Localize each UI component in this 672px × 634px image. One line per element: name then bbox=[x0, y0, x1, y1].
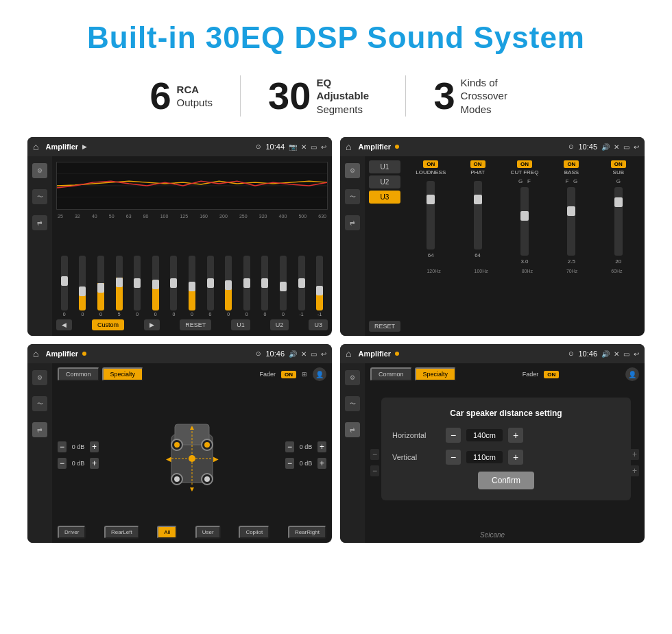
cutfreq-slider[interactable] bbox=[520, 187, 529, 256]
sd-eq-icon[interactable]: ⚙ bbox=[345, 370, 360, 385]
sd-arrow-icon[interactable]: ⇄ bbox=[345, 422, 360, 437]
confirm-button[interactable]: Confirm bbox=[478, 472, 534, 489]
cutfreq-val: 3.0 bbox=[520, 258, 528, 265]
all-btn[interactable]: All bbox=[157, 526, 177, 539]
volume-icon-4[interactable]: 🔊 bbox=[601, 350, 610, 358]
common-tab[interactable]: Common bbox=[58, 367, 99, 381]
phat-slider[interactable] bbox=[474, 181, 482, 249]
minimize-icon-4[interactable]: ▭ bbox=[623, 350, 629, 358]
home-icon-3[interactable]: ⌂ bbox=[33, 348, 38, 359]
vertical-plus[interactable]: + bbox=[508, 450, 523, 465]
rec-dot-3 bbox=[82, 352, 86, 356]
minus-btn-2[interactable]: − bbox=[285, 441, 294, 452]
horizontal-minus[interactable]: − bbox=[446, 428, 461, 443]
ctrl-val-2: 0 dB bbox=[296, 443, 315, 450]
sf-wave-icon[interactable]: 〜 bbox=[32, 396, 47, 411]
minimize-icon[interactable]: ▭ bbox=[311, 143, 317, 151]
u1-btn[interactable]: U1 bbox=[231, 319, 250, 330]
crossover-wave-icon[interactable]: 〜 bbox=[345, 189, 360, 204]
loudness-col: ON LOUDNESS 64 bbox=[409, 160, 453, 265]
minus-btn-3[interactable]: − bbox=[285, 458, 294, 469]
profile-icon[interactable]: 👤 bbox=[313, 367, 326, 381]
eq-sliders-row: 0 0 0 5 bbox=[56, 221, 328, 317]
driver-btn[interactable]: Driver bbox=[58, 526, 86, 539]
plus-btn-1[interactable]: + bbox=[90, 458, 99, 469]
horizontal-plus[interactable]: + bbox=[508, 428, 523, 443]
fader-label-2: Fader bbox=[523, 371, 539, 378]
speaker-dist-screen: ⌂ Amplifier ⊙ 10:46 🔊 ✕ ▭ ↩ ⚙ 〜 ⇄ bbox=[340, 344, 645, 543]
eq-time: 10:44 bbox=[265, 143, 285, 151]
horizontal-label: Horizontal bbox=[392, 431, 440, 439]
user-btn[interactable]: User bbox=[195, 526, 221, 539]
volume-icon-3[interactable]: 🔊 bbox=[289, 350, 297, 358]
home-icon-4[interactable]: ⌂ bbox=[346, 348, 351, 359]
play-icon[interactable]: ▶ bbox=[82, 143, 87, 150]
preset-u3[interactable]: U3 bbox=[369, 191, 400, 204]
main-title: Built-in 30EQ DSP Sound System bbox=[27, 21, 645, 55]
eq-slider-4: 0 bbox=[134, 256, 141, 317]
minus-btn-0[interactable]: − bbox=[58, 441, 67, 452]
svg-point-19 bbox=[204, 476, 210, 482]
minus-btn-1[interactable]: − bbox=[58, 458, 67, 469]
home-icon[interactable]: ⌂ bbox=[33, 141, 38, 152]
ctrl-row-3: − 0 dB + bbox=[285, 458, 326, 469]
preset-u1[interactable]: U1 bbox=[369, 160, 400, 173]
crossover-reset-btn[interactable]: RESET bbox=[369, 321, 400, 332]
sd-wave-icon[interactable]: 〜 bbox=[345, 396, 360, 411]
close-icon-4[interactable]: ✕ bbox=[614, 350, 619, 358]
close-icon-3[interactable]: ✕ bbox=[301, 350, 307, 358]
back-icon-2[interactable]: ↩ bbox=[634, 143, 639, 151]
plus-btn-2[interactable]: + bbox=[317, 441, 326, 452]
sf-eq-icon[interactable]: ⚙ bbox=[32, 370, 47, 385]
loudness-slider[interactable] bbox=[427, 181, 435, 249]
phat-val: 64 bbox=[475, 252, 481, 258]
common-tab-2[interactable]: Common bbox=[370, 367, 412, 381]
vertical-minus[interactable]: − bbox=[446, 450, 461, 465]
play-btn[interactable]: ▶ bbox=[144, 319, 160, 330]
back-icon[interactable]: ↩ bbox=[321, 143, 326, 151]
plus-btn-3[interactable]: + bbox=[317, 458, 326, 469]
eq-slider-6: 0 bbox=[170, 256, 177, 317]
volume-icon[interactable]: 🔊 bbox=[601, 143, 610, 151]
sub-slider[interactable] bbox=[614, 187, 623, 256]
eq-slider-11: 0 bbox=[261, 256, 268, 317]
minimize-icon-3[interactable]: ▭ bbox=[311, 350, 317, 358]
rear-left-btn[interactable]: RearLeft bbox=[104, 526, 139, 539]
camera-icon[interactable]: 📷 bbox=[289, 143, 297, 151]
crossover-eq-icon[interactable]: ⚙ bbox=[345, 163, 360, 178]
prev-btn[interactable]: ◀ bbox=[56, 319, 72, 330]
u2-btn[interactable]: U2 bbox=[270, 319, 289, 330]
back-icon-4[interactable]: ↩ bbox=[634, 350, 639, 358]
horizontal-row: Horizontal − 140cm + bbox=[392, 428, 620, 443]
eq-slider-13: -1 bbox=[298, 256, 305, 317]
cutfreq-on: ON bbox=[517, 160, 532, 168]
back-icon-3[interactable]: ↩ bbox=[321, 350, 326, 358]
bass-slider[interactable] bbox=[567, 187, 575, 256]
crossover-arrow-icon[interactable]: ⇄ bbox=[345, 215, 360, 230]
close-icon[interactable]: ✕ bbox=[301, 143, 307, 151]
speaker-fader-content: ⚙ 〜 ⇄ Common Specialty Fader ON ⊞ 👤 bbox=[27, 363, 332, 543]
profile-icon-2[interactable]: 👤 bbox=[625, 367, 639, 381]
copilot-btn[interactable]: Copilot bbox=[239, 526, 269, 539]
u3-btn[interactable]: U3 bbox=[309, 319, 328, 330]
eq-sidebar-arrow-icon[interactable]: ⇄ bbox=[32, 215, 47, 230]
custom-btn[interactable]: Custom bbox=[92, 319, 124, 330]
reset-btn[interactable]: RESET bbox=[180, 319, 211, 330]
plus-btn-0[interactable]: + bbox=[90, 441, 99, 452]
close-icon-2[interactable]: ✕ bbox=[614, 143, 619, 151]
sf-arrow-icon[interactable]: ⇄ bbox=[32, 422, 47, 437]
specialty-tab-2[interactable]: Specialty bbox=[415, 367, 457, 381]
on-badge-2: ON bbox=[544, 371, 559, 378]
home-icon-2[interactable]: ⌂ bbox=[346, 141, 351, 152]
eq-sidebar-wave-icon[interactable]: 〜 bbox=[32, 189, 47, 204]
rear-right-btn[interactable]: RearRight bbox=[288, 526, 326, 539]
speaker-bottom-btns: Driver RearLeft All User Copilot RearRig… bbox=[58, 526, 326, 539]
bass-col: ON BASS F G 2.5 bbox=[549, 160, 593, 265]
speaker-dist-time: 10:46 bbox=[578, 350, 597, 358]
eq-chart-svg bbox=[57, 162, 327, 209]
minimize-icon-2[interactable]: ▭ bbox=[623, 143, 629, 151]
eq-sidebar-eq-icon[interactable]: ⚙ bbox=[32, 163, 47, 178]
specialty-tab[interactable]: Specialty bbox=[102, 367, 144, 381]
preset-u2[interactable]: U2 bbox=[369, 175, 400, 188]
bass-on: ON bbox=[564, 160, 579, 168]
